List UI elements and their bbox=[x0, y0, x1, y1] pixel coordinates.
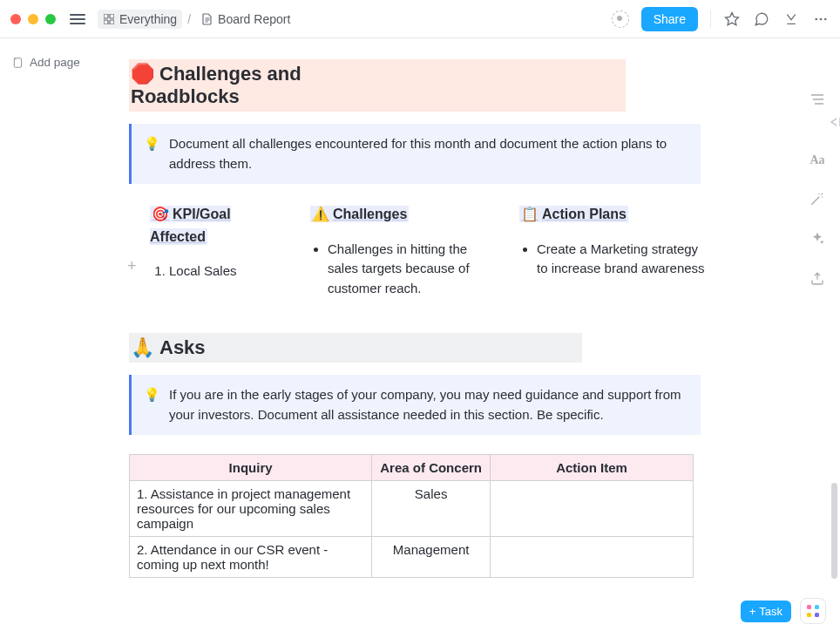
window-controls bbox=[10, 14, 56, 24]
svg-rect-8 bbox=[14, 58, 21, 67]
pray-emoji: 🙏 bbox=[131, 336, 154, 358]
breadcrumb-root[interactable]: Everything bbox=[98, 10, 182, 29]
favorite-icon[interactable] bbox=[723, 10, 741, 28]
column-kpi-heading[interactable]: 🎯KPI/Goal Affected bbox=[150, 206, 231, 245]
heading-asks[interactable]: 🙏Asks bbox=[129, 333, 582, 363]
more-icon[interactable] bbox=[812, 10, 830, 28]
callout-asks-text: If you are in the early stages of your c… bbox=[169, 385, 687, 424]
breadcrumb-separator: / bbox=[187, 12, 191, 26]
body: Add page 🛑Challenges and Roadblocks 💡 Do… bbox=[0, 38, 840, 638]
left-gutter: Add page bbox=[0, 38, 105, 638]
table-header-area[interactable]: Area of Concern bbox=[372, 455, 491, 481]
cell-inquiry[interactable]: 2. Attendance in our CSR event - coming … bbox=[130, 537, 372, 578]
heading-asks-text: Asks bbox=[159, 336, 206, 358]
add-page-label: Add page bbox=[30, 56, 80, 69]
ai-sparkle-icon[interactable] bbox=[809, 230, 826, 248]
bulb-icon: 💡 bbox=[144, 134, 160, 173]
text-style-button[interactable]: Aa bbox=[810, 153, 824, 167]
column-actions-heading[interactable]: 📋Action Plans bbox=[519, 206, 628, 222]
callout-challenges-text: Document all challenges encountered for … bbox=[169, 134, 687, 173]
new-task-button[interactable]: + Task bbox=[741, 601, 791, 622]
breadcrumb-page-label: Board Report bbox=[218, 12, 290, 26]
svg-rect-0 bbox=[104, 14, 108, 18]
export-icon[interactable] bbox=[809, 270, 826, 288]
column-challenges-heading[interactable]: ⚠️Challenges bbox=[310, 206, 409, 222]
column-challenges: ⚠️Challenges Challenges in hitting the s… bbox=[310, 203, 498, 298]
list-item[interactable]: Local Sales bbox=[169, 261, 289, 282]
table-header-inquiry[interactable]: Inquiry bbox=[130, 455, 372, 481]
cell-area[interactable]: Management bbox=[372, 537, 491, 578]
apps-button[interactable] bbox=[800, 598, 826, 624]
table-row[interactable]: 2. Attendance in our CSR event - coming … bbox=[130, 537, 694, 578]
asks-table[interactable]: Inquiry Area of Concern Action Item 1. A… bbox=[129, 454, 694, 578]
download-icon[interactable] bbox=[782, 10, 800, 28]
comments-icon[interactable] bbox=[753, 10, 770, 28]
add-page-icon bbox=[12, 57, 24, 69]
table-header-action[interactable]: Action Item bbox=[491, 455, 694, 481]
column-kpi: 🎯KPI/Goal Affected Local Sales bbox=[150, 203, 289, 298]
callout-asks[interactable]: 💡 If you are in the early stages of your… bbox=[129, 375, 701, 435]
divider bbox=[710, 10, 711, 28]
status-placeholder-icon[interactable] bbox=[612, 10, 629, 28]
column-challenges-list[interactable]: Challenges in hitting the sales targets … bbox=[310, 240, 498, 299]
heading-challenges-text: Challenges and Roadblocks bbox=[131, 63, 301, 107]
plus-icon: + bbox=[749, 605, 756, 618]
column-kpi-list[interactable]: Local Sales bbox=[150, 261, 289, 282]
close-window-button[interactable] bbox=[10, 14, 21, 24]
new-task-label: Task bbox=[759, 605, 782, 618]
svg-rect-1 bbox=[110, 14, 114, 18]
add-page-button[interactable]: Add page bbox=[12, 56, 105, 69]
warning-emoji: ⚠️ bbox=[312, 207, 329, 221]
breadcrumb-page[interactable]: Board Report bbox=[196, 10, 295, 29]
callout-challenges[interactable]: 💡 Document all challenges encountered fo… bbox=[129, 124, 701, 184]
main-content[interactable]: 🛑Challenges and Roadblocks 💡 Document al… bbox=[105, 38, 795, 638]
minimize-window-button[interactable] bbox=[28, 14, 38, 24]
topbar: Everything / Board Report Share bbox=[0, 0, 840, 38]
share-button[interactable]: Share bbox=[641, 7, 698, 31]
topbar-actions: Share bbox=[612, 7, 830, 31]
column-actions-list[interactable]: Create a Marketing strategy to increase … bbox=[519, 240, 708, 279]
scrollbar-thumb[interactable] bbox=[831, 483, 837, 579]
magic-icon[interactable] bbox=[809, 190, 826, 207]
challenges-columns: + 🎯KPI/Goal Affected Local Sales ⚠️Chall… bbox=[150, 203, 708, 298]
grid-icon bbox=[103, 13, 115, 25]
heading-challenges[interactable]: 🛑Challenges and Roadblocks bbox=[129, 59, 626, 112]
clipboard-emoji: 📋 bbox=[521, 207, 539, 221]
scrollbar[interactable] bbox=[830, 38, 838, 638]
fullscreen-window-button[interactable] bbox=[45, 14, 56, 24]
column-actions: 📋Action Plans Create a Marketing strateg… bbox=[519, 203, 708, 298]
svg-point-5 bbox=[815, 17, 817, 20]
cell-action[interactable] bbox=[491, 537, 694, 578]
bulb-icon: 💡 bbox=[144, 385, 160, 424]
apps-grid-icon bbox=[807, 605, 819, 617]
cell-inquiry[interactable]: 1. Assistance in project management reso… bbox=[130, 481, 372, 537]
floating-actions: + Task bbox=[741, 598, 826, 624]
cell-area[interactable]: Sales bbox=[372, 481, 491, 537]
breadcrumb-root-label: Everything bbox=[119, 12, 177, 26]
list-item[interactable]: Create a Marketing strategy to increase … bbox=[537, 240, 708, 279]
svg-rect-2 bbox=[104, 20, 108, 24]
table-header-row: Inquiry Area of Concern Action Item bbox=[130, 455, 694, 481]
cell-action[interactable] bbox=[491, 481, 694, 537]
outline-icon[interactable] bbox=[809, 91, 826, 108]
doc-icon bbox=[201, 13, 213, 25]
table-row[interactable]: 1. Assistance in project management reso… bbox=[130, 481, 694, 537]
menu-icon[interactable] bbox=[70, 14, 85, 24]
svg-point-7 bbox=[824, 17, 827, 20]
svg-point-6 bbox=[820, 17, 823, 20]
target-emoji: 🎯 bbox=[152, 207, 169, 221]
add-row-icon[interactable]: + bbox=[127, 257, 137, 275]
list-item[interactable]: Challenges in hitting the sales targets … bbox=[328, 240, 498, 299]
stop-sign-emoji: 🛑 bbox=[131, 63, 154, 85]
svg-rect-3 bbox=[110, 20, 114, 24]
breadcrumb: Everything / Board Report bbox=[98, 10, 295, 29]
svg-marker-4 bbox=[726, 12, 739, 24]
